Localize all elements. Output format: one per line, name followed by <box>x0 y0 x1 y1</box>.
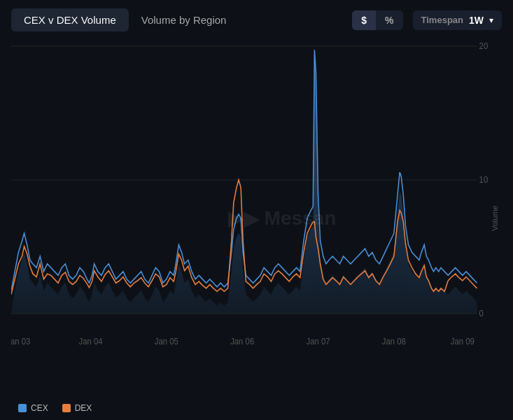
svg-text:Jan 04: Jan 04 <box>78 336 103 345</box>
svg-text:Jan 05: Jan 05 <box>155 336 178 345</box>
unit-percent-button[interactable]: % <box>376 10 402 30</box>
svg-text:0: 0 <box>479 309 484 318</box>
timespan-control[interactable]: Timespan 1W ▾ <box>413 10 502 30</box>
svg-text:20B: 20B <box>479 41 488 50</box>
legend-item-dex: DEX <box>62 403 92 413</box>
header: CEX v DEX Volume Volume by Region $ % Ti… <box>11 8 502 31</box>
legend-item-cex: CEX <box>18 403 48 413</box>
unit-dollar-button[interactable]: $ <box>352 10 376 30</box>
svg-text:Jan 07: Jan 07 <box>306 336 330 345</box>
chart-inner: ▶▶ Messan 20B 10B 0 Jan 03 Jan 04 Jan 05… <box>11 38 488 398</box>
legend: CEX DEX <box>11 403 502 413</box>
svg-text:10B: 10B <box>479 175 488 184</box>
main-container: CEX v DEX Volume Volume by Region $ % Ti… <box>0 0 513 420</box>
svg-text:Jan 06: Jan 06 <box>230 336 254 345</box>
legend-dot-dex <box>62 404 71 412</box>
tab-cex-dex-volume[interactable]: CEX v DEX Volume <box>11 8 129 31</box>
legend-label-cex: CEX <box>31 403 48 413</box>
timespan-value: 1W <box>469 15 484 26</box>
legend-dot-cex <box>18 404 27 412</box>
svg-text:Jan 03: Jan 03 <box>11 336 30 345</box>
y-axis-label: Volume <box>488 38 502 398</box>
legend-label-dex: DEX <box>75 403 92 413</box>
chart-area: ▶▶ Messan 20B 10B 0 Jan 03 Jan 04 Jan 05… <box>11 38 502 398</box>
svg-text:Jan 08: Jan 08 <box>382 336 406 345</box>
chevron-down-icon: ▾ <box>489 15 493 25</box>
chart-svg: 20B 10B 0 Jan 03 Jan 04 Jan 05 Jan 06 Ja… <box>11 38 488 398</box>
svg-text:Jan 09: Jan 09 <box>451 336 475 345</box>
unit-toggle: $ % <box>352 10 402 30</box>
timespan-label: Timespan <box>421 15 463 25</box>
tab-volume-by-region[interactable]: Volume by Region <box>129 8 239 31</box>
